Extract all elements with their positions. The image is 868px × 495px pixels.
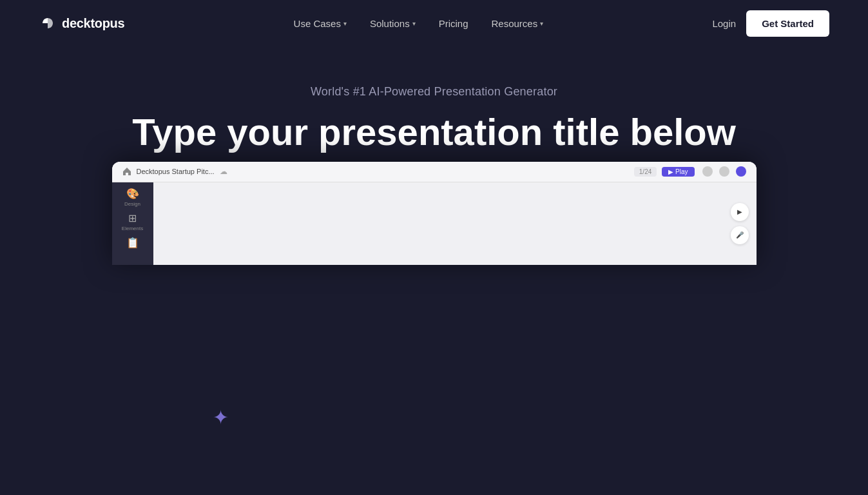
login-button[interactable]: Login <box>712 18 736 29</box>
app-body: 🎨 Design ⊞ Elements 📋 ▶ 🎤 <box>112 182 757 265</box>
navbar: decktopus Use Cases ▾ Solutions ▾ Pricin… <box>0 0 868 46</box>
sidebar-elements[interactable]: ⊞ Elements <box>122 212 143 231</box>
slides-icon: 📋 <box>126 237 139 249</box>
logo[interactable]: decktopus <box>39 14 124 32</box>
nav-solutions[interactable]: Solutions ▾ <box>370 18 416 29</box>
solutions-chevron-icon: ▾ <box>412 20 416 27</box>
app-titlebar: Decktopus Startup Pitc... ☁ 1/24 ▶ Play <box>112 162 757 182</box>
app-filename: Decktopus Startup Pitc... <box>137 168 215 175</box>
user-avatar <box>736 166 746 177</box>
nav-right: Login Get Started <box>712 10 829 37</box>
slide-counter: 1/24 <box>634 167 657 177</box>
app-main-canvas: ▶ 🎤 <box>153 182 757 265</box>
nav-links: Use Cases ▾ Solutions ▾ Pricing Resource… <box>294 18 544 29</box>
nav-use-cases[interactable]: Use Cases ▾ <box>294 18 347 29</box>
get-started-button[interactable]: Get Started <box>746 10 829 37</box>
titlebar-left: Decktopus Startup Pitc... ☁ <box>122 167 626 176</box>
app-preview: Decktopus Startup Pitc... ☁ 1/24 ▶ Play … <box>112 162 757 265</box>
sidebar-design[interactable]: 🎨 Design <box>124 188 140 207</box>
mic-control-button[interactable]: 🎤 <box>731 226 749 244</box>
hero-subtitle: World's #1 AI-Powered Presentation Gener… <box>311 85 557 99</box>
decorative-star-icon: ✦ <box>213 406 229 429</box>
notification-icon <box>719 166 729 177</box>
titlebar-right <box>702 166 746 177</box>
nav-resources[interactable]: Resources ▾ <box>492 18 544 29</box>
use-cases-chevron-icon: ▾ <box>343 20 347 27</box>
hero-section: World's #1 AI-Powered Presentation Gener… <box>0 46 868 265</box>
home-icon <box>122 167 131 176</box>
titlebar-center: 1/24 ▶ Play <box>634 167 695 177</box>
decktopus-logo-icon <box>39 14 57 32</box>
design-icon: 🎨 <box>126 188 139 200</box>
play-control-button[interactable]: ▶ <box>731 203 749 221</box>
canvas-controls: ▶ 🎤 <box>731 203 749 244</box>
logo-text: decktopus <box>62 16 124 31</box>
help-icon <box>702 166 713 177</box>
cloud-icon: ☁ <box>220 167 227 176</box>
elements-icon: ⊞ <box>128 212 137 224</box>
nav-pricing[interactable]: Pricing <box>439 18 468 29</box>
sidebar-slides[interactable]: 📋 <box>126 237 139 249</box>
app-sidebar: 🎨 Design ⊞ Elements 📋 <box>112 182 153 265</box>
hero-title: Type your presentation title below <box>132 112 736 153</box>
play-button-small[interactable]: ▶ Play <box>662 167 694 177</box>
resources-chevron-icon: ▾ <box>540 20 543 27</box>
